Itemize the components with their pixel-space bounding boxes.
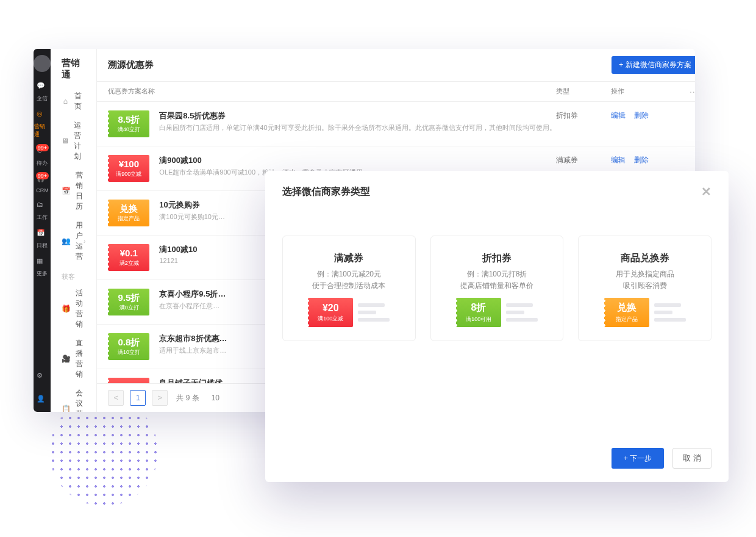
row-title: 满900减100 <box>159 155 555 166</box>
rail-item-chat[interactable]: 💬 企信 <box>34 78 51 106</box>
rail-label: 工作 <box>37 214 48 222</box>
decorative-dots <box>49 397 159 506</box>
card-sub: 例：满100元减20元便于合理控制活动成本 <box>293 268 405 289</box>
coupon-type-card[interactable]: 商品兑换券 用于兑换指定商品吸引顾客消费 兑换 指定产品 <box>578 236 711 341</box>
table-header: 优惠券方案名称 类型 操作 ··· <box>97 82 695 102</box>
row-title: 百果园8.5折优惠券 <box>159 110 555 121</box>
row-ops: 编辑删除 <box>611 110 684 121</box>
sample-condition: 满100可用 <box>466 315 491 323</box>
coupon-value: ¥0.1 <box>120 248 138 258</box>
edit-link[interactable]: 编辑 <box>611 111 626 120</box>
avatar[interactable] <box>34 55 51 72</box>
row-type: 满减券 <box>556 155 611 165</box>
sample-lines <box>358 303 390 322</box>
rail-item-gear[interactable]: ⚙ <box>37 366 48 389</box>
rail-label: 企信 <box>37 95 48 103</box>
coupon-condition: 满10立打 <box>118 348 140 356</box>
edit-link[interactable]: 编辑 <box>611 156 626 164</box>
row-desc: 白果园所有门店适用，单笔订单满40元时可享受此折扣。除干果外全场所有水果通用。此… <box>159 123 555 132</box>
rail-label: CRM <box>36 187 49 193</box>
delete-link[interactable]: 删除 <box>634 111 649 120</box>
card-title: 折扣券 <box>441 252 554 265</box>
sample-value: 兑换 <box>617 301 637 314</box>
sidebar-group-label: 获客 <box>51 266 96 284</box>
coupon-value: 9.5折 <box>118 293 140 302</box>
modal-title: 选择微信商家券类型 <box>282 186 370 198</box>
pager-page-1[interactable]: 1 <box>130 390 146 406</box>
col-ops: 操作 <box>611 87 684 96</box>
grid-icon: ▦ <box>37 257 48 268</box>
sample-lines <box>654 303 686 322</box>
monitor-icon: 🖥 <box>62 136 69 146</box>
sample-condition: 指定产品 <box>616 315 638 323</box>
home-icon: ⌂ <box>62 96 70 106</box>
sidebar-item[interactable]: 👥 用户运营 › <box>51 216 96 266</box>
coupon-tile: 兑换 指定产品 <box>108 200 149 226</box>
table-row[interactable]: 8.5折 满40立打 百果园8.5折优惠券 白果园所有门店适用，单笔订单满40元… <box>97 102 695 146</box>
new-coupon-button[interactable]: 新建微信商家券方案 <box>612 56 695 74</box>
sidebar-item-label: 首页 <box>74 91 86 112</box>
delete-link[interactable]: 删除 <box>634 156 649 164</box>
rail-label: 日程 <box>37 242 48 250</box>
coupon-tile: 8.5折 满40立打 <box>108 110 149 137</box>
sidebar-item[interactable]: ⌂ 首页 <box>51 87 96 116</box>
sidebar-item[interactable]: 📋 会议营销 <box>51 384 96 412</box>
card-sub: 用于兑换指定商品吸引顾客消费 <box>588 268 701 289</box>
sidebar-item-label: 会议营销 <box>76 388 85 412</box>
coupon-condition: 指定产品 <box>118 214 140 222</box>
sidebar-item[interactable]: 🎁 活动营销 <box>51 284 96 334</box>
pager-prev[interactable]: < <box>108 390 124 406</box>
sidebar-item[interactable]: 🖥 运营计划 <box>51 116 96 166</box>
coupon-type-card[interactable]: 折扣券 例：满100元打8折提高店铺销量和客单价 8折 满100可用 <box>430 236 564 341</box>
coupon-value: ¥100 <box>119 159 139 168</box>
rail-item-briefcase[interactable]: 🗂 工作 <box>34 197 51 225</box>
coupon-type-cards: 满减券 例：满100元减20元便于合理控制活动成本 ¥20 满100立减 折扣券… <box>282 236 711 341</box>
rail-item-clock[interactable]: ⏱ 待办 99+ <box>34 143 51 171</box>
gear-icon: ⚙ <box>37 372 48 383</box>
coupon-type-card[interactable]: 满减券 例：满100元减20元便于合理控制活动成本 ¥20 满100立减 <box>282 236 416 341</box>
users-icon: 👥 <box>62 236 71 246</box>
chevron-right-icon: › <box>84 238 85 245</box>
coupon-tile: ¥10 满0立减 <box>108 378 149 383</box>
card-title: 满减券 <box>293 252 405 265</box>
page-header: 溯源优惠券 新建微信商家券方案 <box>97 49 695 82</box>
row-type: 折扣券 <box>556 110 611 121</box>
coupon-tile: ¥0.1 满2立减 <box>108 244 149 271</box>
sidebar-item-label: 直播营销 <box>76 338 85 380</box>
coupon-value: 兑换 <box>119 204 138 213</box>
rail-label: 更多 <box>37 270 48 278</box>
sidebar-item-label: 活动营销 <box>76 288 85 330</box>
badge: 99+ <box>36 172 49 179</box>
card-sub: 例：满100元打8折提高店铺销量和客单价 <box>441 268 554 289</box>
cancel-button[interactable]: 取 消 <box>672 448 711 469</box>
col-name: 优惠券方案名称 <box>108 87 555 96</box>
coupon-condition: 满2立减 <box>119 259 138 267</box>
close-icon[interactable]: ✕ <box>701 184 711 199</box>
sidebar-item[interactable]: 🎥 直播营销 <box>51 334 96 384</box>
sidebar-item-label: 用户运营 <box>76 220 84 262</box>
page-title: 溯源优惠券 <box>108 59 154 71</box>
rail-item-calendar[interactable]: 📅 日程 <box>34 225 51 253</box>
row-ops: 编辑删除 <box>611 155 684 165</box>
coupon-tile: 9.5折 满0立打 <box>108 289 149 315</box>
sample-value: 8折 <box>471 301 487 314</box>
col-type: 类型 <box>556 87 611 96</box>
sidebar: 营销通 ⌂ 首页 🖥 运营计划 📅 营销日历 👥 用户运营 › 获客 🎁 <box>51 49 97 412</box>
sample-condition: 满100立减 <box>318 314 343 322</box>
sidebar-item[interactable]: 📅 营销日历 <box>51 166 96 216</box>
coupon-tile: 0.8折 满10立打 <box>108 333 149 360</box>
rail-item-user-plus[interactable]: 👤 <box>37 389 48 412</box>
rail-label: 待办 <box>37 159 48 167</box>
pager-size[interactable]: 10 <box>212 394 219 402</box>
sample-coupon: 兑换 指定产品 <box>604 298 649 327</box>
sidebar-item-label: 营销日历 <box>76 170 85 212</box>
pager-next[interactable]: > <box>152 390 168 406</box>
col-menu-icon[interactable]: ··· <box>684 87 695 96</box>
next-button[interactable]: 下一步 <box>612 448 664 469</box>
rail-item-headset[interactable]: 🎧 CRM 99+ <box>34 171 51 197</box>
card-title: 商品兑换券 <box>588 252 701 265</box>
coupon-condition: 满40立打 <box>118 125 140 133</box>
rail-item-grid[interactable]: ▦ 更多 <box>34 253 51 281</box>
coupon-condition: 满900立减 <box>116 170 141 178</box>
rail-item-target[interactable]: ◎ 营销通 <box>34 106 51 143</box>
